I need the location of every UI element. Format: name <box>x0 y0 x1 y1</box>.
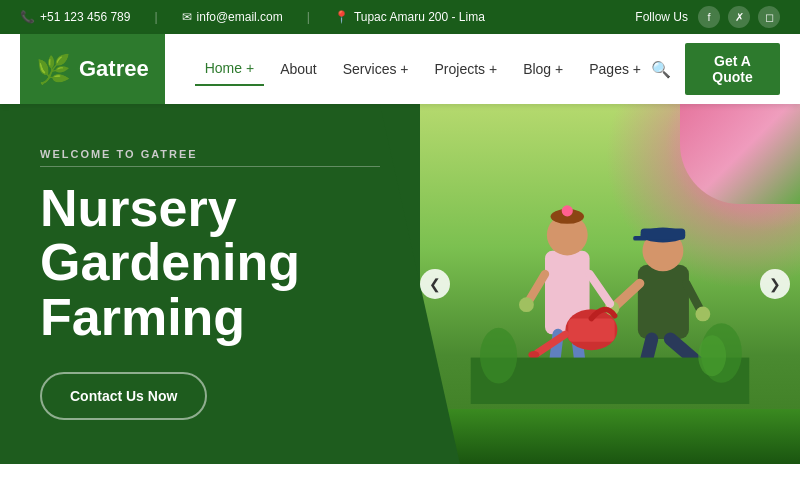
svg-rect-5 <box>633 236 647 241</box>
phone-info: 📞 +51 123 456 789 <box>20 10 130 24</box>
hero-title-line3: Farming <box>40 288 245 346</box>
follow-label: Follow Us <box>635 10 688 24</box>
carousel-next-button[interactable]: ❯ <box>760 269 790 299</box>
facebook-icon[interactable]: f <box>698 6 720 28</box>
hero-content: WELCOME TO GATREE Nursery Gardening Farm… <box>0 104 420 464</box>
arrow-right-icon: ❯ <box>769 276 781 292</box>
svg-line-16 <box>528 274 545 302</box>
address-info: 📍 Tupac Amaru 200 - Lima <box>334 10 485 24</box>
hero-image <box>420 104 800 464</box>
location-icon: 📍 <box>334 10 349 24</box>
svg-line-6 <box>615 283 640 306</box>
instagram-icon[interactable]: ◻ <box>758 6 780 28</box>
twitter-icon[interactable]: ✗ <box>728 6 750 28</box>
welcome-text: WELCOME TO GATREE <box>40 148 380 167</box>
svg-point-11 <box>695 307 710 322</box>
carousel-prev-button[interactable]: ❮ <box>420 269 450 299</box>
email-icon: ✉ <box>182 10 192 24</box>
social-icons: f ✗ ◻ <box>698 6 780 28</box>
logo[interactable]: 🌿 Gatree <box>20 34 165 104</box>
logo-text: Gatree <box>79 56 149 82</box>
logo-icon: 🌿 <box>36 53 71 86</box>
search-icon[interactable]: 🔍 <box>651 60 671 79</box>
divider-2: | <box>307 10 310 24</box>
svg-rect-24 <box>568 319 614 342</box>
address-text: Tupac Amaru 200 - Lima <box>354 10 485 24</box>
gardening-scene <box>460 144 760 404</box>
svg-point-31 <box>480 328 517 384</box>
nav-services[interactable]: Services + <box>333 53 419 85</box>
nav-right: 🔍 Get A Quote <box>651 43 780 95</box>
hero-title: Nursery Gardening Farming <box>40 181 380 345</box>
phone-number: +51 123 456 789 <box>40 10 130 24</box>
svg-rect-1 <box>638 265 689 339</box>
arrow-left-icon: ❮ <box>429 276 441 292</box>
hero-title-line1: Nursery <box>40 179 237 237</box>
hero-title-line2: Gardening <box>40 233 300 291</box>
svg-line-17 <box>590 274 610 304</box>
get-quote-button[interactable]: Get A Quote <box>685 43 780 95</box>
nav-projects[interactable]: Projects + <box>424 53 507 85</box>
nav-links: Home + About Services + Projects + Blog … <box>195 52 651 86</box>
email-info: ✉ info@email.com <box>182 10 283 24</box>
svg-rect-4 <box>641 229 686 240</box>
svg-point-26 <box>528 351 539 358</box>
contact-us-button[interactable]: Contact Us Now <box>40 372 207 420</box>
svg-point-33 <box>698 335 726 376</box>
svg-point-22 <box>519 297 534 312</box>
social-section: Follow Us f ✗ ◻ <box>635 6 780 28</box>
email-address: info@email.com <box>197 10 283 24</box>
divider-1: | <box>154 10 157 24</box>
hero-section: WELCOME TO GATREE Nursery Gardening Farm… <box>0 104 800 464</box>
nav-blog[interactable]: Blog + <box>513 53 573 85</box>
navbar: 🌿 Gatree Home + About Services + Project… <box>0 34 800 104</box>
phone-icon: 📞 <box>20 10 35 24</box>
top-bar: 📞 +51 123 456 789 | ✉ info@email.com | 📍… <box>0 0 800 34</box>
svg-point-15 <box>562 205 573 216</box>
nav-about[interactable]: About <box>270 53 327 85</box>
nav-home[interactable]: Home + <box>195 52 264 86</box>
nav-pages[interactable]: Pages + <box>579 53 651 85</box>
ground-plants <box>420 409 800 464</box>
